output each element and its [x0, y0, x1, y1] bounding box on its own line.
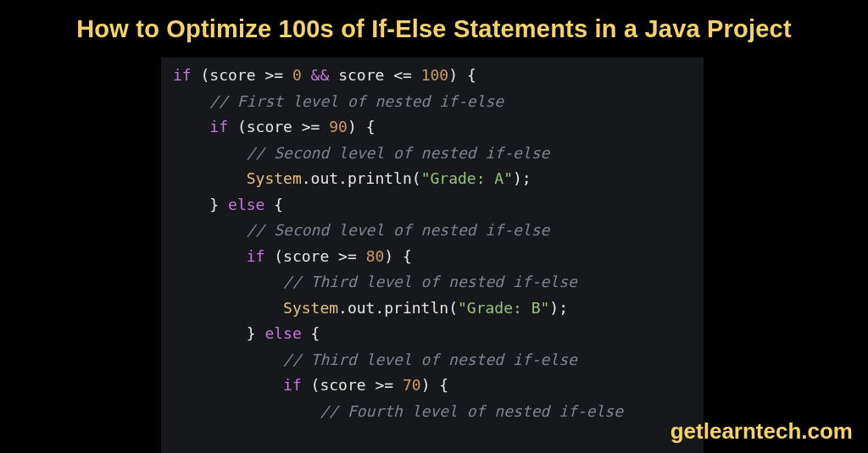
code-token: .out. [338, 299, 384, 317]
code-token: { [302, 324, 320, 342]
code-token: System [247, 169, 302, 187]
code-line: // Third level of nested if-else [173, 347, 692, 373]
code-token: "Grade: B" [458, 299, 549, 317]
code-line: if (score >= 80) { [173, 244, 692, 270]
code-token: if [209, 118, 228, 135]
code-line: System.out.println("Grade: B"); [173, 296, 692, 322]
code-line: // Fourth level of nested if-else [173, 399, 692, 425]
code-token: // Second level of nested if-else [247, 144, 550, 162]
code-token: if [173, 66, 192, 84]
code-line: } else { [173, 321, 692, 347]
code-token: if [247, 247, 265, 265]
code-token: <= [393, 66, 412, 84]
code-line: // Third level of nested if-else [173, 269, 692, 296]
code-token: ) { [421, 376, 449, 394]
code-token: // Second level of nested if-else [247, 221, 550, 239]
code-token: else [264, 324, 301, 342]
code-block: if (score >= 0 && score <= 100) { // Fir… [161, 58, 704, 453]
code-token: println [384, 299, 448, 317]
code-line: } else { [173, 192, 692, 218]
code-token: println [348, 169, 412, 187]
brand-watermark: getlearntech.com [670, 418, 853, 445]
code-token: else [228, 196, 264, 213]
code-token [302, 66, 311, 84]
code-token: (score [228, 118, 302, 135]
code-token [412, 66, 421, 84]
code-token: // Fourth level of nested if-else [320, 402, 623, 420]
code-line: if (score >= 70) { [173, 373, 692, 399]
code-token: ); [513, 169, 531, 187]
code-token [393, 376, 403, 394]
code-token: "Grade: A" [421, 169, 513, 187]
code-token: 90 [329, 118, 348, 135]
code-line: if (score >= 90) { [173, 114, 692, 141]
code-token: (score [192, 66, 265, 84]
code-token: score [329, 66, 393, 84]
code-token: >= [264, 66, 283, 84]
code-token: } [209, 196, 228, 213]
code-token: System [283, 299, 338, 317]
code-token: ( [448, 299, 458, 317]
code-token: .out. [302, 169, 348, 187]
code-line: if (score >= 0 && score <= 100) { [173, 63, 692, 89]
code-token: (score [264, 247, 338, 265]
code-token: (score [302, 376, 376, 394]
code-token: 100 [421, 66, 449, 84]
code-token: >= [375, 376, 393, 394]
code-token: >= [302, 118, 320, 135]
page-title: How to Optimize 100s of If-Else Statemen… [0, 15, 868, 43]
code-token: ) { [384, 247, 412, 265]
code-token [357, 247, 366, 265]
code-token: 70 [403, 376, 421, 394]
code-line: // Second level of nested if-else [173, 218, 692, 244]
code-token: ) { [348, 118, 376, 135]
code-line: // Second level of nested if-else [173, 141, 692, 167]
code-token [283, 66, 292, 84]
code-token: { [264, 196, 283, 213]
code-token [320, 118, 329, 135]
code-token: // Third level of nested if-else [283, 273, 577, 290]
code-token: // Third level of nested if-else [283, 351, 577, 368]
code-line: // First level of nested if-else [173, 89, 692, 115]
code-token: 0 [292, 66, 302, 84]
code-token: >= [338, 247, 357, 265]
code-token: } [247, 324, 265, 342]
code-token: ( [412, 169, 421, 187]
code-token: // First level of nested if-else [209, 92, 504, 110]
code-token: 80 [366, 247, 385, 265]
code-token: && [311, 66, 330, 84]
code-line: System.out.println("Grade: A"); [173, 166, 692, 192]
code-token: ); [549, 299, 568, 317]
code-token: if [283, 376, 302, 394]
code-token: ) { [448, 66, 476, 84]
